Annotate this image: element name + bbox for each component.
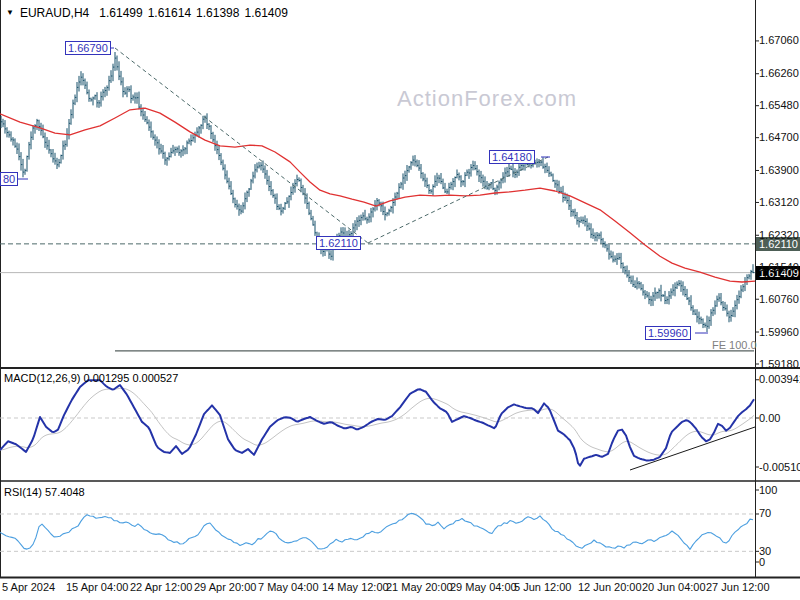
price-axis-tick: 1.63900 (759, 164, 799, 176)
time-axis-tick: 14 May 12:00 (322, 581, 389, 593)
price-axis-tick: 1.63120 (759, 196, 799, 208)
price-axis-tick: 1.60760 (759, 293, 799, 305)
macd-axis-tick: 0.003941 (759, 373, 800, 385)
rsi-axis-tick: 0 (759, 556, 765, 568)
price-axis-tick: 1.62320 (759, 229, 799, 241)
time-axis-tick: 21 May 20:00 (386, 581, 453, 593)
price-label-box[interactable]: 1.59960 (645, 326, 691, 340)
price-label-box[interactable]: 1.66790 (65, 41, 111, 55)
rsi-axis-tick: 70 (759, 507, 771, 519)
macd-trendline (630, 427, 755, 470)
time-axis-tick: 5 Jun 12:00 (514, 581, 572, 593)
price-axis-tick: 1.61540 (759, 261, 799, 273)
time-axis-tick: 27 Jun 12:00 (706, 581, 770, 593)
symbol-dropdown-icon[interactable]: ▼ (6, 8, 14, 17)
quote-low: 1.61398 (196, 6, 239, 20)
fib-extension-label: FE 100.0 (712, 339, 757, 351)
quote-close: 1.61409 (244, 6, 287, 20)
time-axis-tick: 29 Apr 20:00 (194, 581, 256, 593)
macd-axis-tick: -0.005103 (759, 461, 800, 473)
time-axis-tick: 7 May 04:00 (258, 581, 319, 593)
chart-title-bar: ▼EURAUD,H41.614991.616141.613981.61409 (6, 6, 293, 20)
price-label-box[interactable]: 1.64180 (489, 150, 535, 164)
quote-open: 1.61499 (99, 6, 142, 20)
time-axis-tick: 20 Jun 04:00 (642, 581, 706, 593)
macd-signal-line (0, 388, 754, 455)
price-axis-tick: 1.65480 (759, 99, 799, 111)
time-axis-tick: 22 Apr 12:00 (130, 581, 192, 593)
symbol-timeframe: EURAUD,H4 (20, 6, 89, 20)
macd-main-line (0, 380, 754, 466)
price-axis-tick: 1.59960 (759, 326, 799, 338)
time-axis-tick: 12 Jun 20:00 (578, 581, 642, 593)
price-label-box[interactable]: 80 (0, 172, 18, 186)
macd-indicator-label: MACD(12,26,9) 0.001295 0.000527 (4, 372, 178, 384)
time-axis-tick: 5 Apr 2024 (2, 581, 55, 593)
price-axis-tick: 1.66260 (759, 67, 799, 79)
price-bars-series (1, 52, 754, 332)
quote-high: 1.61614 (148, 6, 191, 20)
chart-window: ▼EURAUD,H41.614991.616141.613981.61409 A… (0, 0, 800, 600)
macd-axis-tick: 0.00 (759, 412, 780, 424)
price-axis-tick: 1.67060 (759, 34, 799, 46)
rsi-indicator-label: RSI(14) 57.4048 (4, 486, 85, 498)
rsi-line (0, 513, 753, 549)
moving-average-line (0, 108, 755, 282)
rsi-axis-tick: 100 (759, 484, 777, 496)
watermark: ActionForex.com (397, 86, 577, 112)
price-axis-tick: 1.64700 (759, 131, 799, 143)
time-axis-tick: 29 May 04:00 (450, 581, 517, 593)
price-label-box[interactable]: 1.62110 (316, 236, 361, 250)
time-axis-tick: 15 Apr 04:00 (66, 581, 128, 593)
price-axis-tick: 1.59180 (759, 358, 799, 370)
